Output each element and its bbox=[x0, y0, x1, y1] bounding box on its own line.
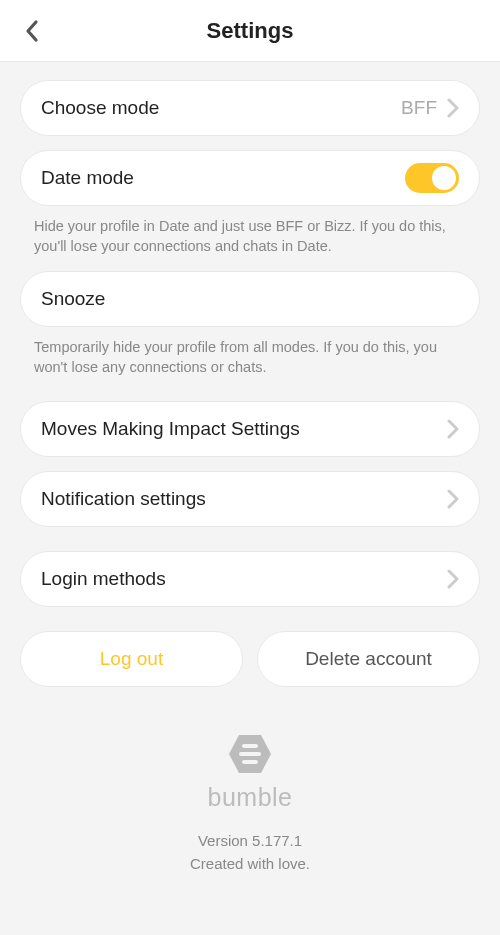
page-title: Settings bbox=[207, 18, 294, 44]
back-button[interactable] bbox=[14, 13, 50, 49]
snooze-row[interactable]: Snooze bbox=[20, 271, 480, 327]
snooze-label: Snooze bbox=[41, 288, 459, 310]
login-label: Login methods bbox=[41, 568, 447, 590]
content: Choose mode BFF Date mode Hide your prof… bbox=[0, 80, 500, 875]
version-text: Version 5.177.1 bbox=[20, 830, 480, 853]
chevron-right-icon bbox=[447, 98, 459, 118]
choose-mode-row[interactable]: Choose mode BFF bbox=[20, 80, 480, 136]
notifications-label: Notification settings bbox=[41, 488, 447, 510]
footer: bumble Version 5.177.1 Created with love… bbox=[20, 733, 480, 875]
choose-mode-value: BFF bbox=[401, 97, 437, 119]
svg-rect-1 bbox=[242, 744, 258, 748]
date-mode-toggle[interactable] bbox=[405, 163, 459, 193]
action-buttons: Log out Delete account bbox=[20, 631, 480, 687]
notifications-row[interactable]: Notification settings bbox=[20, 471, 480, 527]
header: Settings bbox=[0, 0, 500, 62]
brand-name: bumble bbox=[20, 783, 480, 812]
snooze-hint: Temporarily hide your profile from all m… bbox=[34, 337, 472, 378]
moves-row[interactable]: Moves Making Impact Settings bbox=[20, 401, 480, 457]
delete-account-button[interactable]: Delete account bbox=[257, 631, 480, 687]
date-mode-hint: Hide your profile in Date and just use B… bbox=[34, 216, 472, 257]
date-mode-row[interactable]: Date mode bbox=[20, 150, 480, 206]
logout-button[interactable]: Log out bbox=[20, 631, 243, 687]
svg-rect-2 bbox=[239, 752, 261, 756]
chevron-left-icon bbox=[24, 19, 40, 43]
chevron-right-icon bbox=[447, 489, 459, 509]
chevron-right-icon bbox=[447, 569, 459, 589]
date-mode-label: Date mode bbox=[41, 167, 405, 189]
toggle-knob bbox=[432, 166, 456, 190]
chevron-right-icon bbox=[447, 419, 459, 439]
svg-rect-3 bbox=[242, 760, 258, 764]
bumble-logo-icon bbox=[20, 733, 480, 775]
choose-mode-label: Choose mode bbox=[41, 97, 401, 119]
tagline-text: Created with love. bbox=[20, 853, 480, 876]
login-methods-row[interactable]: Login methods bbox=[20, 551, 480, 607]
moves-label: Moves Making Impact Settings bbox=[41, 418, 447, 440]
